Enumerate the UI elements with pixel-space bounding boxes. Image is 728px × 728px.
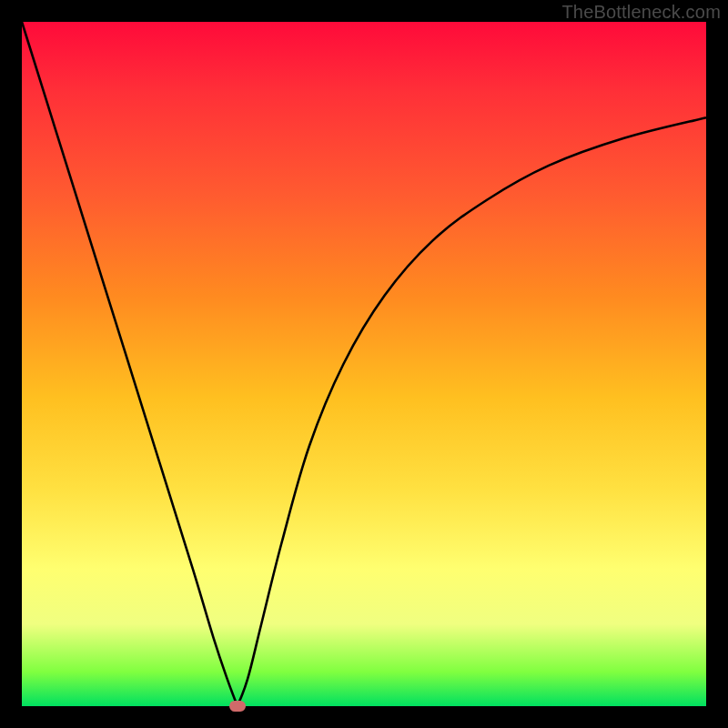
chart-container: TheBottleneck.com: [0, 0, 728, 728]
curve-left: [22, 22, 238, 706]
curve-svg: [22, 22, 706, 706]
minimum-marker: [229, 701, 246, 712]
watermark-text: TheBottleneck.com: [561, 2, 721, 23]
plot-area: [22, 22, 706, 706]
curve-right: [238, 117, 706, 706]
